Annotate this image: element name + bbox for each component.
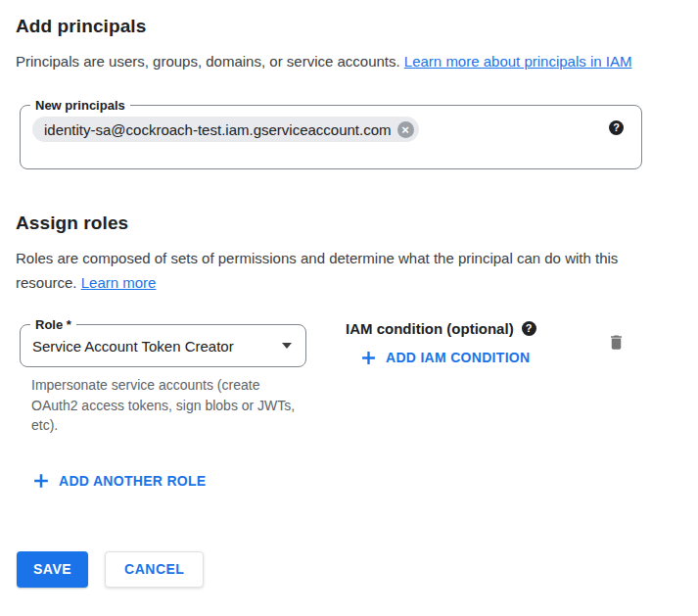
principals-help-icon[interactable]: ? [609, 120, 624, 135]
intro-paragraph: Principals are users, groups, domains, o… [16, 49, 654, 73]
plus-icon [33, 473, 49, 489]
learn-more-roles-link[interactable]: Learn more [81, 274, 157, 291]
new-principals-field[interactable]: New principals identity-sa@cockroach-tes… [20, 105, 642, 169]
learn-more-principals-link[interactable]: Learn more about principals in IAM [404, 53, 632, 70]
assign-roles-paragraph: Roles are composed of sets of permission… [16, 246, 654, 295]
principal-chip: identity-sa@cockroach-test.iam.gservicea… [32, 117, 419, 142]
iam-condition-column: IAM condition (optional) ? ADD IAM CONDI… [346, 324, 536, 369]
trash-column [607, 332, 626, 356]
role-selected-value: Service Account Token Creator [32, 338, 234, 355]
role-row: Role * Service Account Token Creator Imp… [16, 324, 682, 436]
delete-role-button[interactable] [607, 332, 626, 355]
principal-chip-label: identity-sa@cockroach-test.iam.gservicea… [44, 121, 392, 138]
chip-remove-icon[interactable]: × [397, 121, 414, 138]
iam-condition-label-row: IAM condition (optional) ? [346, 320, 536, 337]
add-another-role-row: ADD ANOTHER ROLE [33, 473, 682, 493]
chevron-down-icon [282, 343, 292, 349]
add-principals-panel: Add principals Principals are users, gro… [0, 0, 698, 588]
iam-condition-help-icon[interactable]: ? [522, 321, 536, 336]
new-principals-label: New principals [30, 98, 130, 113]
intro-text: Principals are users, groups, domains, o… [16, 53, 404, 70]
save-button[interactable]: SAVE [17, 551, 88, 588]
actions-row: SAVE CANCEL [17, 551, 682, 588]
trash-icon [607, 332, 626, 353]
role-select[interactable]: Role * Service Account Token Creator [20, 324, 306, 367]
cancel-button[interactable]: CANCEL [105, 551, 204, 588]
add-another-role-label: ADD ANOTHER ROLE [59, 473, 207, 489]
assign-roles-section: Assign roles Roles are composed of sets … [16, 213, 682, 295]
role-column: Role * Service Account Token Creator Imp… [20, 324, 310, 436]
role-label: Role * [30, 317, 76, 332]
plus-icon [361, 351, 376, 365]
role-helper-text: Impersonate service accounts (create OAu… [20, 375, 299, 436]
add-iam-condition-label: ADD IAM CONDITION [386, 350, 530, 365]
add-iam-condition-button[interactable]: ADD IAM CONDITION [361, 350, 530, 365]
page-title: Add principals [16, 16, 682, 37]
assign-roles-title: Assign roles [16, 213, 682, 234]
iam-condition-label: IAM condition (optional) [346, 320, 514, 337]
add-another-role-button[interactable]: ADD ANOTHER ROLE [33, 473, 207, 489]
